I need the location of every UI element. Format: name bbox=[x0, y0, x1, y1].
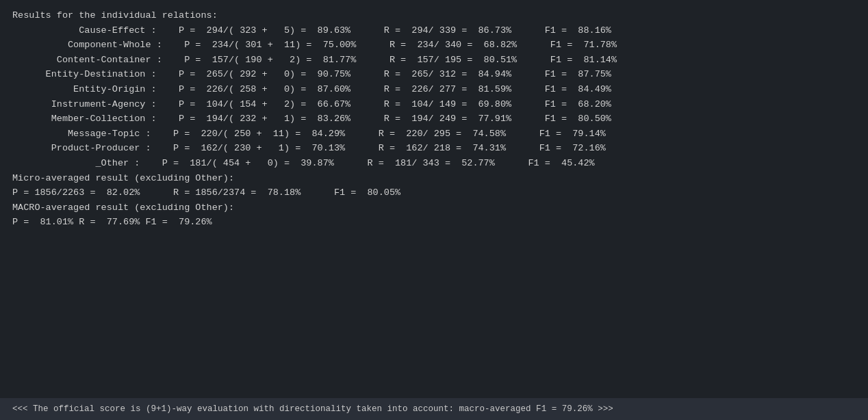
output-line-2: Component-Whole : P = 234/( 301 + 11) = … bbox=[12, 38, 856, 53]
output-line-6: Instrument-Agency : P = 104/( 154 + 2) =… bbox=[12, 97, 856, 112]
output-line-4: Entity-Destination : P = 265/( 292 + 0) … bbox=[12, 67, 856, 82]
output-line-10: _Other : P = 181/( 454 + 0) = 39.87% R =… bbox=[12, 156, 856, 171]
output-line-16: P = 81.01% R = 77.69% F1 = 79.26% bbox=[12, 215, 856, 230]
output-line-12: Micro-averaged result (excluding Other): bbox=[12, 171, 856, 186]
output-line-15: MACRO-averaged result (excluding Other): bbox=[12, 200, 856, 215]
output-line-5: Entity-Origin : P = 226/( 258 + 0) = 87.… bbox=[12, 82, 856, 97]
output-line-1: Cause-Effect : P = 294/( 323 + 5) = 89.6… bbox=[12, 23, 856, 38]
terminal-window: Results for the individual relations: Ca… bbox=[0, 0, 868, 420]
output-line-13: P = 1856/2263 = 82.02% R = 1856/2374 = 7… bbox=[12, 185, 856, 200]
output-line-9: Product-Producer : P = 162/( 230 + 1) = … bbox=[12, 141, 856, 156]
bottom-bar: <<< The official score is (9+1)-way eval… bbox=[0, 398, 868, 420]
output-lines: Results for the individual relations: Ca… bbox=[12, 8, 856, 230]
output-line-0: Results for the individual relations: bbox=[12, 8, 856, 23]
output-line-8: Message-Topic : P = 220/( 250 + 11) = 84… bbox=[12, 127, 856, 142]
output-line-7: Member-Collection : P = 194/( 232 + 1) =… bbox=[12, 111, 856, 127]
output-line-3: Content-Container : P = 157/( 190 + 2) =… bbox=[12, 53, 856, 68]
